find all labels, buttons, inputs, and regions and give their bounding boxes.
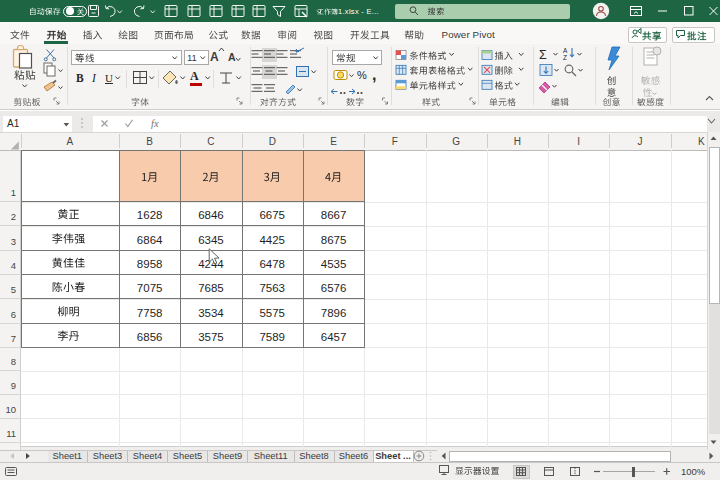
svg-text:Z: Z [563,54,567,61]
svg-text:A: A [563,47,568,54]
